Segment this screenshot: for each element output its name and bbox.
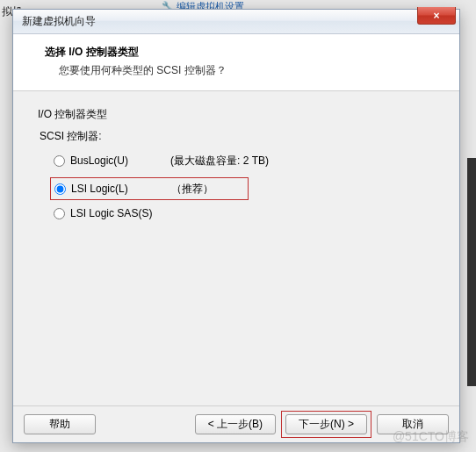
radio-option-lsilogic[interactable]: LSI Logic(L) （推荐） <box>54 181 213 197</box>
radio-label: BusLogic(U) <box>70 154 167 167</box>
group-label: I/O 控制器类型 <box>38 107 435 122</box>
radio-note: (最大磁盘容量: 2 TB) <box>170 154 269 169</box>
radio-option-buslogic[interactable]: BusLogic(U) (最大磁盘容量: 2 TB) <box>54 153 435 169</box>
radio-lsilogic[interactable] <box>54 183 66 195</box>
close-icon: × <box>433 10 439 22</box>
radio-label: LSI Logic(L) <box>71 183 168 195</box>
back-button[interactable]: < 上一步(B) <box>195 414 276 434</box>
radio-note: （推荐） <box>171 182 213 197</box>
content-section: I/O 控制器类型 SCSI 控制器: BusLogic(U) (最大磁盘容量:… <box>13 91 459 246</box>
background-sidebar <box>467 158 476 386</box>
next-button[interactable]: 下一步(N) > <box>285 414 367 434</box>
next-highlight: 下一步(N) > <box>281 411 371 438</box>
radio-lsisas[interactable] <box>54 208 65 219</box>
radio-label: LSI Logic SAS(S) <box>70 207 167 219</box>
header-section: 选择 I/O 控制器类型 您要使用何种类型的 SCSI 控制器？ <box>13 34 459 91</box>
title-bar: 新建虚拟机向导 × <box>13 10 459 34</box>
header-title: 选择 I/O 控制器类型 <box>45 45 442 60</box>
watermark: @51CTO博客 <box>393 429 469 445</box>
dialog-title: 新建虚拟机向导 <box>22 14 96 29</box>
radio-option-lsisas[interactable]: LSI Logic SAS(S) <box>54 205 435 221</box>
close-button[interactable]: × <box>417 7 456 25</box>
sub-label: SCSI 控制器: <box>40 129 435 144</box>
wizard-dialog: 新建虚拟机向导 × 选择 I/O 控制器类型 您要使用何种类型的 SCSI 控制… <box>12 9 460 443</box>
header-subtitle: 您要使用何种类型的 SCSI 控制器？ <box>59 63 442 78</box>
help-button[interactable]: 帮助 <box>24 414 96 434</box>
highlighted-option: LSI Logic(L) （推荐） <box>50 177 249 200</box>
radio-buslogic[interactable] <box>54 155 65 167</box>
